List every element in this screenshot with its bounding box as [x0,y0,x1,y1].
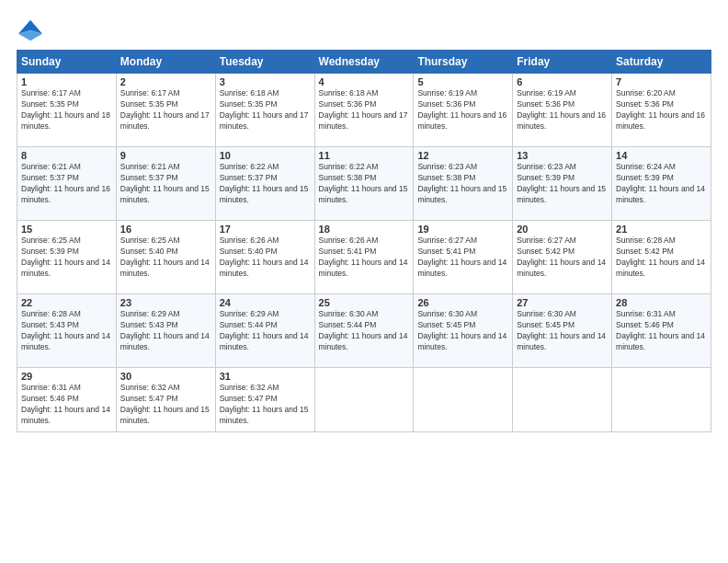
day-number: 31 [220,371,311,382]
day-number: 12 [417,150,508,161]
day-info: Sunrise: 6:22 AMSunset: 5:38 PMDaylight:… [319,162,410,206]
logo-icon [18,17,44,42]
day-info: Sunrise: 6:23 AMSunset: 5:39 PMDaylight:… [517,162,608,206]
day-number: 26 [417,297,508,308]
day-info: Sunrise: 6:26 AMSunset: 5:41 PMDaylight:… [319,236,410,280]
day-number: 19 [417,224,508,235]
day-number: 3 [220,76,311,87]
day-number: 7 [616,76,707,87]
day-info: Sunrise: 6:25 AMSunset: 5:39 PMDaylight:… [21,236,112,280]
calendar-day-cell: 16Sunrise: 6:25 AMSunset: 5:40 PMDayligh… [116,221,215,294]
empty-cell [314,368,414,432]
calendar-day-cell: 20Sunrise: 6:27 AMSunset: 5:42 PMDayligh… [513,221,612,294]
day-number: 29 [21,371,112,382]
day-info: Sunrise: 6:30 AMSunset: 5:45 PMDaylight:… [417,309,508,353]
day-info: Sunrise: 6:31 AMSunset: 5:46 PMDaylight:… [616,309,707,353]
calendar-day-cell: 14Sunrise: 6:24 AMSunset: 5:39 PMDayligh… [612,147,711,221]
day-number: 18 [319,224,410,235]
day-number: 21 [616,224,707,235]
day-number: 13 [517,150,608,161]
empty-cell [513,368,612,432]
day-number: 1 [21,76,112,87]
day-number: 16 [120,224,211,235]
calendar-week-row: 1Sunrise: 6:17 AMSunset: 5:35 PMDaylight… [17,74,711,147]
day-number: 22 [21,297,112,308]
calendar-day-cell: 4Sunrise: 6:18 AMSunset: 5:36 PMDaylight… [314,74,414,147]
day-info: Sunrise: 6:31 AMSunset: 5:46 PMDaylight:… [21,383,112,427]
calendar-day-cell: 25Sunrise: 6:30 AMSunset: 5:44 PMDayligh… [314,294,414,368]
day-number: 4 [319,76,410,87]
day-info: Sunrise: 6:17 AMSunset: 5:35 PMDaylight:… [21,88,112,132]
calendar-header-wednesday: Wednesday [314,51,414,74]
day-info: Sunrise: 6:20 AMSunset: 5:36 PMDaylight:… [616,88,707,132]
calendar-header-thursday: Thursday [414,51,513,74]
day-number: 5 [417,76,508,87]
calendar-day-cell: 31Sunrise: 6:32 AMSunset: 5:47 PMDayligh… [215,368,314,432]
day-number: 9 [120,150,211,161]
logo [17,17,44,42]
day-info: Sunrise: 6:27 AMSunset: 5:41 PMDaylight:… [417,236,508,280]
empty-cell [414,368,513,432]
day-number: 25 [319,297,410,308]
day-number: 27 [517,297,608,308]
calendar-week-row: 8Sunrise: 6:21 AMSunset: 5:37 PMDaylight… [17,147,711,221]
day-number: 14 [616,150,707,161]
calendar-day-cell: 5Sunrise: 6:19 AMSunset: 5:36 PMDaylight… [414,74,513,147]
calendar-day-cell: 1Sunrise: 6:17 AMSunset: 5:35 PMDaylight… [17,74,117,147]
calendar-day-cell: 29Sunrise: 6:31 AMSunset: 5:46 PMDayligh… [17,368,117,432]
day-info: Sunrise: 6:17 AMSunset: 5:35 PMDaylight:… [120,88,211,132]
calendar-day-cell: 12Sunrise: 6:23 AMSunset: 5:38 PMDayligh… [414,147,513,221]
calendar-day-cell: 13Sunrise: 6:23 AMSunset: 5:39 PMDayligh… [513,147,612,221]
day-info: Sunrise: 6:32 AMSunset: 5:47 PMDaylight:… [120,383,211,427]
calendar-day-cell: 10Sunrise: 6:22 AMSunset: 5:37 PMDayligh… [215,147,314,221]
calendar-week-row: 29Sunrise: 6:31 AMSunset: 5:46 PMDayligh… [17,368,711,432]
calendar-header-sunday: Sunday [17,51,117,74]
calendar-day-cell: 9Sunrise: 6:21 AMSunset: 5:37 PMDaylight… [116,147,215,221]
calendar-day-cell: 21Sunrise: 6:28 AMSunset: 5:42 PMDayligh… [612,221,711,294]
day-number: 17 [220,224,311,235]
calendar-table: SundayMondayTuesdayWednesdayThursdayFrid… [17,50,711,432]
calendar-header-monday: Monday [116,51,215,74]
day-info: Sunrise: 6:30 AMSunset: 5:45 PMDaylight:… [517,309,608,353]
calendar-header-saturday: Saturday [612,51,711,74]
calendar-header-friday: Friday [513,51,612,74]
calendar-day-cell: 6Sunrise: 6:19 AMSunset: 5:36 PMDaylight… [513,74,612,147]
calendar-week-row: 22Sunrise: 6:28 AMSunset: 5:43 PMDayligh… [17,294,711,368]
day-number: 20 [517,224,608,235]
day-info: Sunrise: 6:32 AMSunset: 5:47 PMDaylight:… [220,383,311,427]
day-info: Sunrise: 6:27 AMSunset: 5:42 PMDaylight:… [517,236,608,280]
day-info: Sunrise: 6:22 AMSunset: 5:37 PMDaylight:… [220,162,311,206]
calendar-header-tuesday: Tuesday [215,51,314,74]
day-number: 24 [220,297,311,308]
empty-cell [612,368,711,432]
page: SundayMondayTuesdayWednesdayThursdayFrid… [0,0,728,563]
day-number: 10 [220,150,311,161]
day-info: Sunrise: 6:29 AMSunset: 5:43 PMDaylight:… [120,309,211,353]
day-info: Sunrise: 6:30 AMSunset: 5:44 PMDaylight:… [319,309,410,353]
calendar-header-row: SundayMondayTuesdayWednesdayThursdayFrid… [17,51,711,74]
day-info: Sunrise: 6:21 AMSunset: 5:37 PMDaylight:… [21,162,112,206]
header [17,17,711,42]
calendar-day-cell: 26Sunrise: 6:30 AMSunset: 5:45 PMDayligh… [414,294,513,368]
calendar-day-cell: 22Sunrise: 6:28 AMSunset: 5:43 PMDayligh… [17,294,117,368]
day-info: Sunrise: 6:29 AMSunset: 5:44 PMDaylight:… [220,309,311,353]
day-info: Sunrise: 6:21 AMSunset: 5:37 PMDaylight:… [120,162,211,206]
day-number: 28 [616,297,707,308]
calendar-day-cell: 3Sunrise: 6:18 AMSunset: 5:35 PMDaylight… [215,74,314,147]
day-number: 8 [21,150,112,161]
calendar-day-cell: 17Sunrise: 6:26 AMSunset: 5:40 PMDayligh… [215,221,314,294]
calendar-day-cell: 30Sunrise: 6:32 AMSunset: 5:47 PMDayligh… [116,368,215,432]
day-number: 6 [517,76,608,87]
calendar-day-cell: 7Sunrise: 6:20 AMSunset: 5:36 PMDaylight… [612,74,711,147]
calendar-day-cell: 18Sunrise: 6:26 AMSunset: 5:41 PMDayligh… [314,221,414,294]
calendar-day-cell: 24Sunrise: 6:29 AMSunset: 5:44 PMDayligh… [215,294,314,368]
day-info: Sunrise: 6:25 AMSunset: 5:40 PMDaylight:… [120,236,211,280]
calendar-day-cell: 2Sunrise: 6:17 AMSunset: 5:35 PMDaylight… [116,74,215,147]
calendar-day-cell: 8Sunrise: 6:21 AMSunset: 5:37 PMDaylight… [17,147,117,221]
day-number: 30 [120,371,211,382]
day-info: Sunrise: 6:28 AMSunset: 5:42 PMDaylight:… [616,236,707,280]
day-number: 2 [120,76,211,87]
calendar-day-cell: 15Sunrise: 6:25 AMSunset: 5:39 PMDayligh… [17,221,117,294]
day-info: Sunrise: 6:28 AMSunset: 5:43 PMDaylight:… [21,309,112,353]
day-info: Sunrise: 6:18 AMSunset: 5:36 PMDaylight:… [319,88,410,132]
